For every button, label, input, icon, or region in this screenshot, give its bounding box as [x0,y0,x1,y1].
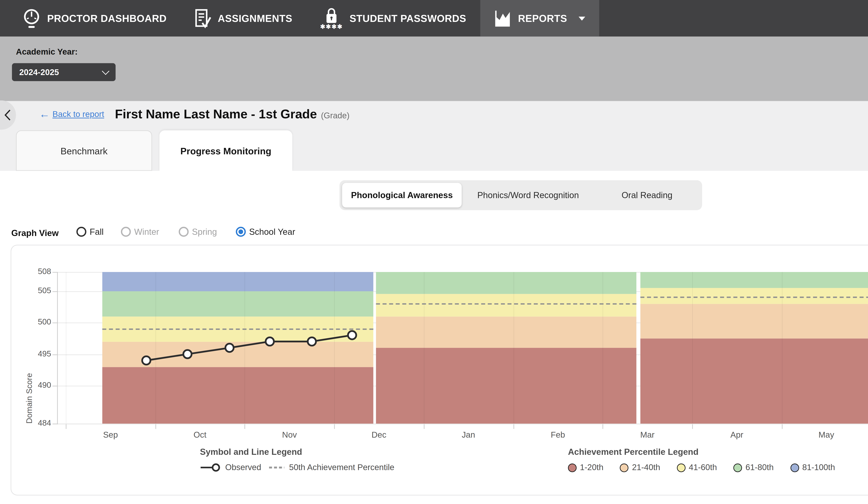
chart-card: Domain Score 508505500495490484SepOctNov… [11,245,868,495]
radio-label: School Year [249,227,295,237]
y-tick-label: 484 [25,418,51,428]
legend-item-41-60th: 41-60th [677,463,717,472]
graph-view-label: Graph View [11,228,59,238]
radio-circle-icon [236,227,246,237]
achievement-percentile-legend: Achievement Percentile Legend 1-20th21-4… [568,447,844,472]
x-axis-label: Apr [730,430,743,440]
x-axis-label: May [818,430,834,440]
legend-item-81-100th: 81-100th [790,463,835,472]
nav-item-proctor-dashboard[interactable]: PROCTOR DASHBOARD [9,0,180,37]
radio-circle-icon [179,227,188,237]
legend-item-1-20th: 1-20th [568,463,603,472]
toolbar: Academic Year: 2024-2025 Print [0,37,868,101]
x-axis-label: Sep [103,430,118,440]
y-gridline [58,424,868,424]
x-axis-label: Dec [372,430,386,440]
legend-label: 81-100th [802,463,835,472]
legend-swatch [677,463,685,472]
legend-swatch [790,463,799,472]
top-nav: PROCTOR DASHBOARD ASSIGNMENTS [0,0,868,37]
content-panel: Phonological Awareness Phonics/Word Reco… [0,171,868,504]
nav-label: PROCTOR DASHBOARD [47,13,167,24]
academic-year-label: Academic Year: [16,47,78,57]
graph-view-row: Graph View Fall Winter Spring School Yea… [0,227,868,240]
y-tick [52,323,58,323]
legend-title: Achievement Percentile Legend [568,447,844,457]
legend-title: Symbol and Line Legend [200,447,394,457]
back-to-report-link[interactable]: ← Back to report [39,110,104,119]
tab-progress-monitoring[interactable]: Progress Monitoring [159,130,292,171]
x-tick [782,424,782,429]
radio-label: Winter [134,227,159,237]
subtab-oral-reading[interactable]: Oral Reading [595,183,700,208]
domain-subtabs: Phonological Awareness Phonics/Word Reco… [339,180,702,210]
y-tick [52,424,58,424]
radio-school-year[interactable]: School Year [236,227,295,237]
legend-item-61-80th: 61-80th [733,463,774,472]
x-tick [66,424,66,429]
legend-swatch [620,463,629,472]
x-tick [692,424,693,429]
dashed-line-icon [269,463,285,472]
symbol-line-legend: Symbol and Line Legend Observed 50th [200,447,394,472]
data-point [225,344,234,352]
x-axis-label: Mar [640,430,654,440]
y-tick-label: 500 [25,317,51,326]
nav-label: STUDENT PASSWORDS [350,13,466,24]
area-chart-icon [494,10,511,27]
subtab-phonics-word-recognition[interactable]: Phonics/Word Recognition [462,183,595,208]
y-tick [52,272,58,273]
y-tick [52,386,58,386]
back-link-label: Back to report [52,110,104,119]
password-stars: ✱✱✱✱ [320,25,343,29]
x-axis-label: Jan [462,430,475,440]
chevron-down-icon [102,68,110,75]
radio-circle-icon [76,227,86,237]
radio-label: Fall [90,227,104,237]
legend-label: 41-60th [689,463,717,472]
legend-label: 21-40th [632,463,660,472]
nav-item-assignments[interactable]: ASSIGNMENTS [180,0,306,37]
radio-fall[interactable]: Fall [76,227,104,237]
y-tick [52,354,58,355]
data-point [308,337,316,345]
y-tick-label: 505 [25,285,51,295]
previous-student-button[interactable] [0,100,16,130]
grade-suffix: (Grade) [321,111,350,120]
academic-year-select[interactable]: 2024-2025 [12,63,116,81]
radio-winter[interactable]: Winter [121,227,159,237]
back-arrow-icon: ← [39,110,50,118]
x-tick [424,424,424,429]
lock-icon: ✱✱✱✱ [320,7,343,29]
legend-item-21-40th: 21-40th [620,463,660,472]
chevron-down-icon [578,16,585,20]
subtab-label: Oral Reading [621,190,672,200]
student-name-grade: First Name Last Name - 1st Grade [115,107,317,121]
x-tick [155,424,156,429]
tab-benchmark[interactable]: Benchmark [16,130,152,171]
y-tick-label: 495 [25,349,51,358]
y-tick-label: 508 [25,266,51,276]
tab-row: Benchmark Progress Monitoring [0,130,868,171]
radio-circle-icon [121,227,131,237]
x-tick [245,424,246,429]
y-tick [52,291,58,292]
x-axis-label: Feb [551,430,565,440]
legend-label: 1-20th [580,463,603,472]
x-tick [513,424,514,429]
radio-spring[interactable]: Spring [179,227,217,237]
radio-label: Spring [192,227,217,237]
subtab-label: Phonological Awareness [351,190,453,200]
chart-plot: 508505500495490484SepOctNovDecJanFebMarA… [57,272,868,424]
x-axis-label: Nov [282,430,297,440]
nav-item-student-passwords[interactable]: ✱✱✱✱ STUDENT PASSWORDS [306,0,480,37]
data-point [266,337,274,345]
data-point [142,356,150,364]
subtab-phonological-awareness[interactable]: Phonological Awareness [342,183,462,208]
x-tick [334,424,335,429]
tab-label: Progress Monitoring [180,145,271,156]
observed-symbol-icon [200,463,221,472]
legend-swatch [568,463,577,472]
nav-item-reports[interactable]: REPORTS [480,0,599,37]
y-tick-label: 490 [25,381,51,390]
